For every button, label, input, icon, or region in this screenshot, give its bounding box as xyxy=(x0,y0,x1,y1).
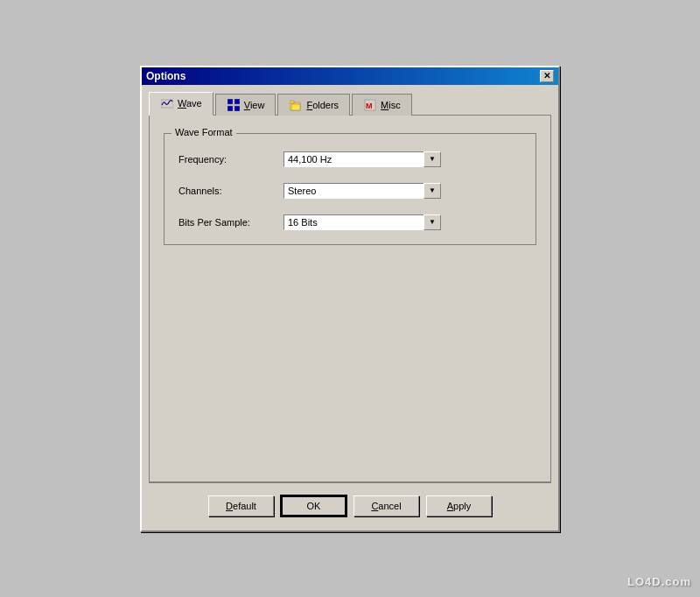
svg-rect-1 xyxy=(228,99,233,104)
channels-select[interactable]: Stereo Mono xyxy=(284,183,441,199)
tab-view[interactable]: View xyxy=(215,94,276,116)
misc-icon: M xyxy=(363,98,377,112)
wave-format-group: Wave Format Frequency: 44,100 Hz 22,050 … xyxy=(164,133,536,245)
tab-misc[interactable]: M Misc xyxy=(352,94,412,116)
close-button[interactable]: ✕ xyxy=(540,70,554,82)
folders-icon xyxy=(289,98,303,112)
ok-button[interactable]: OK xyxy=(281,495,346,516)
bits-per-sample-label: Bits Per Sample: xyxy=(178,217,284,228)
channels-label: Channels: xyxy=(178,186,284,196)
tab-wave-label: Wave xyxy=(178,98,202,109)
apply-button[interactable]: Apply xyxy=(426,495,492,516)
svg-rect-7 xyxy=(291,104,300,110)
svg-rect-3 xyxy=(228,106,233,111)
channels-select-wrapper: Stereo Mono ▼ xyxy=(284,183,441,199)
frequency-label: Frequency: xyxy=(178,154,284,165)
frequency-select[interactable]: 44,100 Hz 22,050 Hz 11,025 Hz 8,000 Hz xyxy=(284,151,441,167)
svg-rect-2 xyxy=(234,99,240,104)
tab-content-wave: Wave Format Frequency: 44,100 Hz 22,050 … xyxy=(149,115,551,482)
tab-misc-label: Misc xyxy=(381,100,401,110)
dialog-body: Wave View xyxy=(142,85,558,530)
title-bar-title: Options xyxy=(146,70,186,82)
svg-rect-4 xyxy=(234,106,240,111)
default-button[interactable]: Default xyxy=(208,495,274,516)
svg-text:M: M xyxy=(366,102,373,110)
tab-view-label: View xyxy=(244,100,265,110)
bits-select-wrapper: 16 Bits 8 Bits ▼ xyxy=(284,214,441,230)
watermark: LO4D.com xyxy=(627,575,691,588)
frequency-select-wrapper: 44,100 Hz 22,050 Hz 11,025 Hz 8,000 Hz ▼ xyxy=(284,151,441,167)
view-icon xyxy=(227,98,241,112)
cancel-button[interactable]: Cancel xyxy=(354,495,419,516)
wave-format-legend: Wave Format xyxy=(172,127,236,137)
bits-per-sample-row: Bits Per Sample: 16 Bits 8 Bits ▼ xyxy=(178,214,522,230)
button-row: Default OK Cancel Apply xyxy=(149,487,551,523)
wave-icon xyxy=(160,96,174,110)
options-dialog: Options ✕ Wave xyxy=(140,66,560,532)
frequency-row: Frequency: 44,100 Hz 22,050 Hz 11,025 Hz… xyxy=(178,151,522,167)
tab-wave[interactable]: Wave xyxy=(149,92,214,116)
tab-folders[interactable]: Folders xyxy=(277,94,350,116)
title-bar: Options ✕ xyxy=(142,67,558,85)
separator xyxy=(149,482,551,483)
svg-rect-6 xyxy=(290,101,294,103)
title-bar-text: Options xyxy=(146,70,186,82)
tab-folders-label: Folders xyxy=(306,100,339,110)
bits-per-sample-select[interactable]: 16 Bits 8 Bits xyxy=(284,214,441,230)
channels-row: Channels: Stereo Mono ▼ xyxy=(178,183,522,199)
tab-bar: Wave View xyxy=(149,92,551,116)
